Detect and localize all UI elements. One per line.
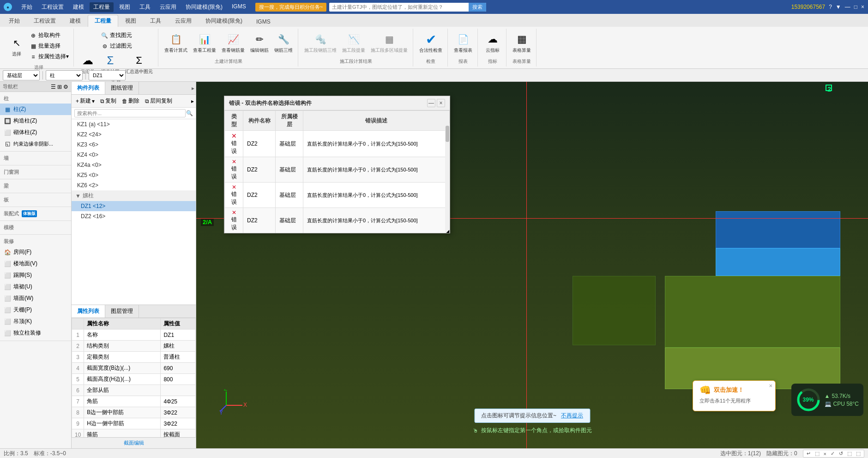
tab-drawing-management[interactable]: 图纸管理	[105, 82, 139, 94]
popup-close-btn[interactable]: ×	[769, 382, 772, 389]
dialog-row-3[interactable]: ✕ 错误DZ2基础层直筋长度的计算结果小于0，计算公式为[150-500]	[225, 183, 450, 208]
canvas-tb-btn-4[interactable]: ✓	[829, 450, 836, 457]
canvas-area[interactable]: 2 2/A X Z Y	[196, 82, 868, 448]
dialog-row-1[interactable]: ✕ 错误DZ2基础层直筋长度的计算结果小于0，计算公式为[150-500]	[225, 131, 450, 157]
sidebar-item-ceiling[interactable]: ⬜ 天棚(P)	[0, 304, 71, 316]
canvas-tb-btn-6[interactable]: ⬚	[846, 450, 853, 457]
prop-value-8[interactable]: 3Φ22	[161, 407, 196, 418]
canvas-tb-btn-7[interactable]: ⬚	[855, 450, 862, 457]
prop-value-7[interactable]: 4Φ25	[161, 396, 196, 407]
dialog-close-btn[interactable]: ×	[437, 99, 445, 107]
prop-value-6[interactable]	[161, 385, 196, 396]
menu-cloud[interactable]: 云应用	[156, 2, 180, 12]
sidebar-item-wallface[interactable]: ⬜ 墙面(W)	[0, 293, 71, 304]
element-select[interactable]: DZ1	[89, 70, 126, 80]
nav-settings-icon[interactable]: ⚙	[63, 84, 68, 90]
nav-tile-icon[interactable]: ⊞	[57, 84, 62, 90]
menu-tools[interactable]: 工具	[136, 2, 154, 12]
search-button[interactable]: 搜索	[469, 3, 486, 12]
btn-view-formula[interactable]: 📋 查看计算式	[162, 31, 190, 55]
menu-view[interactable]: 视图	[115, 2, 134, 12]
dialog-titlebar[interactable]: 错误 - 双击构件名称选择出错构件 — ×	[224, 96, 450, 110]
dialog-min-btn[interactable]: —	[427, 99, 435, 107]
comp-kz4[interactable]: KZ4 <0>	[72, 150, 196, 160]
btn-batch-select[interactable]: ▦ 批量选择	[28, 41, 71, 51]
minimize-icon[interactable]: —	[845, 4, 850, 10]
comp-kz4a[interactable]: KZ4a <0>	[72, 160, 196, 170]
prop-value-3[interactable]: 普通柱	[161, 352, 196, 363]
menu-igms[interactable]: IGMS	[228, 2, 250, 12]
comp-kz2[interactable]: KZ2 <24>	[72, 129, 196, 140]
section-edit-btn[interactable]: 截面编辑	[72, 437, 196, 448]
btn-select[interactable]: ↖ 选择	[6, 34, 27, 58]
search-input[interactable]	[329, 3, 469, 11]
btn-rebar-3d[interactable]: 🔧 钢筋三维	[272, 31, 295, 55]
dialog-resize-handle[interactable]: ◢	[445, 228, 450, 233]
tab-build[interactable]: 建模	[63, 15, 88, 27]
tab-cloud[interactable]: 云应用	[168, 15, 199, 27]
tab-project-settings[interactable]: 工程设置	[27, 15, 63, 27]
btn-attr-select[interactable]: ≡ 按属性选择▾	[28, 52, 71, 61]
dialog-row-2[interactable]: ✕ 错误DZ2基础层直筋长度的计算结果小于0，计算公式为[150-500]	[225, 157, 450, 183]
type-select[interactable]: 柱	[46, 70, 83, 80]
btn-stage-rebar[interactable]: 🔩 施工段钢筋三维	[302, 31, 339, 55]
prop-value-10[interactable]: 按截面	[161, 429, 196, 438]
comp-kz3[interactable]: KZ3 <6>	[72, 140, 196, 150]
prop-value-4[interactable]: 690	[161, 363, 196, 374]
btn-find[interactable]: 🔍 查找图元	[99, 31, 134, 40]
sidebar-item-pillar-decor[interactable]: ⬜ 独立柱装修	[0, 327, 71, 339]
panel-expand-icon[interactable]: ▸	[191, 98, 194, 104]
prop-value-9[interactable]: 3Φ22	[161, 418, 196, 429]
btn-stage-qty[interactable]: 📉 施工段提量	[340, 31, 368, 55]
menu-project-settings[interactable]: 工程设置	[38, 2, 67, 12]
sidebar-item-baseboard[interactable]: ⬜ 踢脚(S)	[0, 269, 71, 281]
btn-table-calc[interactable]: ▦ 表格算量	[510, 31, 533, 55]
component-search-input[interactable]	[74, 109, 186, 117]
expand-icon[interactable]: ▼	[836, 4, 841, 10]
comp-kz1a[interactable]: KZ1 (a) <11>	[72, 119, 196, 129]
menu-collab[interactable]: 协同建模(限免)	[182, 2, 226, 12]
comp-kz5[interactable]: KZ5 <0>	[72, 170, 196, 180]
sidebar-item-suspended-ceiling[interactable]: ⬜ 吊顶(K)	[0, 316, 71, 327]
btn-edit-rebar[interactable]: ✏ 编辑钢筋	[248, 31, 271, 55]
prop-value-1[interactable]: DZ1	[161, 330, 196, 341]
btn-stage-multi[interactable]: ▦ 施工段多区域提量	[368, 31, 410, 55]
btn-delete-component[interactable]: 🗑删除	[120, 96, 142, 106]
menu-quantity[interactable]: 工程量	[90, 2, 114, 12]
tab-view[interactable]: 视图	[118, 15, 143, 27]
sidebar-item-floor[interactable]: ⬜ 楼地面(V)	[0, 258, 71, 269]
sidebar-item-column-z[interactable]: ▦ 柱(Z)	[0, 104, 71, 115]
btn-cloud-index[interactable]: ☁ 云指标	[482, 31, 503, 55]
btn-validity[interactable]: ✔ 合法性检查	[417, 31, 445, 55]
panel-more-icon[interactable]: ▸	[190, 84, 196, 93]
search-promo[interactable]: 搜一搜，完成每日积分任务~	[255, 3, 326, 12]
sidebar-item-constrain[interactable]: ◱ 约束边缘非阴影...	[0, 138, 71, 149]
btn-view-report[interactable]: 📄 查看报表	[452, 31, 475, 55]
tab-tools[interactable]: 工具	[143, 15, 168, 27]
canvas-tb-btn-1[interactable]: ↵	[805, 450, 812, 457]
help-icon[interactable]: ?	[829, 4, 832, 10]
canvas-tb-btn-5[interactable]: ↺	[838, 450, 844, 457]
tab-layer-management[interactable]: 图层管理	[105, 305, 139, 318]
comp-kz6[interactable]: KZ6 <2>	[72, 180, 196, 190]
btn-view-qty[interactable]: 📊 查看工程量	[191, 31, 218, 55]
dialog-row-4[interactable]: ✕ 错误DZ2基础层直筋长度的计算结果小于0，计算公式为[150-500]	[225, 208, 450, 233]
dialog-scrollbar[interactable]	[445, 123, 450, 233]
tab-igms[interactable]: IGMS	[249, 16, 277, 27]
toast-dismiss-btn[interactable]: 不再提示	[561, 412, 583, 420]
btn-new-component[interactable]: +新建▾	[73, 96, 97, 106]
menu-start[interactable]: 开始	[18, 2, 36, 12]
menu-build[interactable]: 建模	[69, 2, 88, 12]
btn-inter-floor-copy[interactable]: ⧉层间复制	[143, 96, 175, 106]
sidebar-item-masonry-z[interactable]: ⬜ 砌体柱(Z)	[0, 127, 71, 138]
tab-component-list[interactable]: 构件列表	[72, 82, 105, 94]
btn-filter[interactable]: ⊜ 过滤图元	[99, 41, 134, 51]
tab-quantity[interactable]: 工程量	[88, 15, 118, 27]
btn-pick[interactable]: ⊕ 拾取构件	[28, 31, 71, 40]
tab-property-list[interactable]: 属性列表	[72, 305, 105, 318]
sidebar-item-dado[interactable]: ⬜ 墙裙(U)	[0, 281, 71, 293]
prop-value-5[interactable]: 800	[161, 374, 196, 385]
comp-dz1[interactable]: DZ1 <12>	[72, 201, 196, 211]
comp-dz2[interactable]: DZ2 <16>	[72, 211, 196, 221]
btn-copy-component[interactable]: ⧉复制	[98, 96, 119, 106]
